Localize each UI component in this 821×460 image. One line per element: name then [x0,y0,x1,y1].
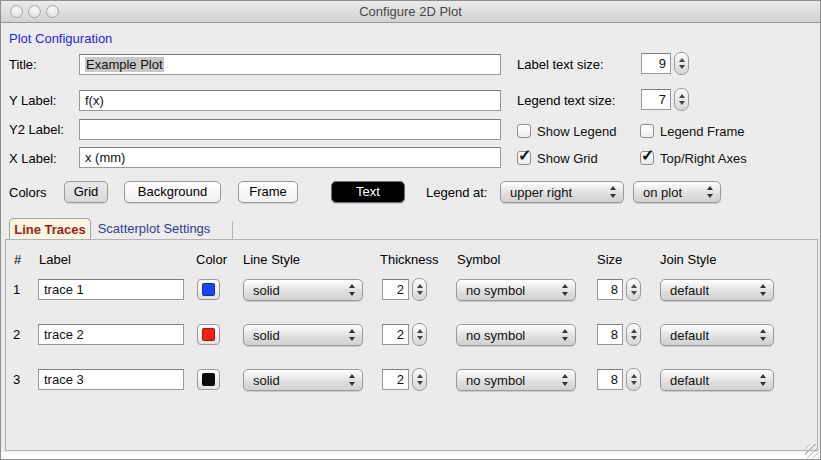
color-swatch [202,328,215,341]
symbol-size-stepper[interactable] [626,368,641,391]
trace-number: 2 [13,327,20,342]
trace-label-value: trace 1 [44,282,84,297]
join-style-dropdown[interactable]: default [660,369,774,391]
trace-color-button[interactable] [197,369,220,390]
popup-arrows-icon [560,280,570,300]
y2-label-field-label: Y2 Label: [9,122,64,137]
line-style-value: solid [253,283,280,298]
title-field-label: Title: [9,57,37,72]
join-style-dropdown[interactable]: default [660,279,774,301]
thickness-stepper[interactable] [412,323,427,346]
trace-number: 1 [13,282,20,297]
trace-label-input[interactable]: trace 2 [38,324,184,345]
symbol-size-stepper[interactable] [626,323,641,346]
background-color-button[interactable]: Background [124,181,221,203]
window-title: Configure 2D Plot [1,4,820,19]
trace-number: 3 [13,372,20,387]
line-style-value: solid [253,373,280,388]
tab-scatterplot-settings[interactable]: Scatterplot Settings [91,218,217,240]
label-text-size-input[interactable]: 9 [641,53,671,74]
popup-arrows-icon [758,325,768,345]
trace-color-button[interactable] [197,324,220,345]
join-style-value: default [670,283,709,298]
symbol-value: no symbol [466,373,525,388]
y-label-input[interactable]: f(x) [79,90,501,111]
label-text-size-stepper[interactable] [674,52,689,75]
join-style-value: default [670,373,709,388]
y2-label-input[interactable] [79,119,501,140]
color-swatch [202,283,215,296]
checkbox-box [517,151,531,165]
join-style-value: default [670,328,709,343]
symbol-size-input[interactable]: 8 [597,279,623,300]
line-style-dropdown[interactable]: solid [243,369,363,391]
popup-arrows-icon [347,280,357,300]
y-label-field-label: Y Label: [9,93,56,108]
label-text-size-label: Label text size: [517,57,604,72]
frame-color-button[interactable]: Frame [238,181,298,203]
thickness-stepper[interactable] [412,368,427,391]
trace-label-input[interactable]: trace 1 [38,279,184,300]
line-style-dropdown[interactable]: solid [243,324,363,346]
checkbox-box [640,124,654,138]
legend-position-dropdown[interactable]: upper right [500,181,624,203]
symbol-size-input[interactable]: 8 [597,369,623,390]
line-style-value: solid [253,328,280,343]
popup-arrows-icon [347,325,357,345]
tab-divider [232,221,233,239]
symbol-size-input[interactable]: 8 [597,324,623,345]
line-style-dropdown[interactable]: solid [243,279,363,301]
resize-grip[interactable] [805,444,819,458]
legend-text-size-stepper[interactable] [674,88,689,111]
show-legend-label: Show Legend [537,124,617,139]
page-title: Plot Configuration [9,31,112,46]
legend-at-label: Legend at: [426,185,487,200]
legend-placement-dropdown[interactable]: on plot [633,181,721,203]
popup-arrows-icon [608,182,618,202]
thickness-input[interactable]: 2 [382,369,409,390]
symbol-value: no symbol [466,328,525,343]
legend-placement-value: on plot [643,185,682,200]
tab-line-traces[interactable]: Line Traces [9,218,91,240]
trace-label-value: trace 3 [44,372,84,387]
x-label-input[interactable]: x (mm) [79,147,501,168]
title-input[interactable]: Example Plot [79,54,501,75]
legend-frame-checkbox[interactable]: Legend Frame [640,123,745,139]
x-label-input-value: x (mm) [85,150,125,165]
text-color-button[interactable]: Text [331,181,405,203]
grid-color-button[interactable]: Grid [64,181,108,203]
column-header-join-style: Join Style [660,252,716,267]
column-header-symbol: Symbol [457,252,500,267]
window-bottom-edge [1,452,820,460]
column-header-thickness: Thickness [380,252,439,267]
popup-arrows-icon [560,325,570,345]
configure-2d-plot-window: Configure 2D Plot Plot Configuration Tit… [0,0,821,460]
column-header-num: # [14,252,21,267]
popup-arrows-icon [758,280,768,300]
top-right-axes-checkbox[interactable]: Top/Right Axes [640,150,747,166]
legend-text-size-label: Legend text size: [517,93,615,108]
column-header-label: Label [39,252,71,267]
trace-label-value: trace 2 [44,327,84,342]
join-style-dropdown[interactable]: default [660,324,774,346]
show-grid-checkbox[interactable]: Show Grid [517,150,598,166]
symbol-size-stepper[interactable] [626,278,641,301]
show-legend-checkbox[interactable]: Show Legend [517,123,617,139]
symbol-dropdown[interactable]: no symbol [456,279,576,301]
symbol-dropdown[interactable]: no symbol [456,369,576,391]
title-bar: Configure 2D Plot [1,1,820,23]
thickness-stepper[interactable] [412,278,427,301]
legend-frame-label: Legend Frame [660,124,745,139]
trace-label-input[interactable]: trace 3 [38,369,184,390]
legend-text-size-input[interactable]: 7 [641,89,671,110]
trace-color-button[interactable] [197,279,220,300]
top-right-axes-label: Top/Right Axes [660,151,747,166]
thickness-input[interactable]: 2 [382,324,409,345]
color-swatch [202,373,215,386]
popup-arrows-icon [560,370,570,390]
checkbox-box [517,124,531,138]
symbol-value: no symbol [466,283,525,298]
thickness-input[interactable]: 2 [382,279,409,300]
symbol-dropdown[interactable]: no symbol [456,324,576,346]
colors-label: Colors [9,185,47,200]
